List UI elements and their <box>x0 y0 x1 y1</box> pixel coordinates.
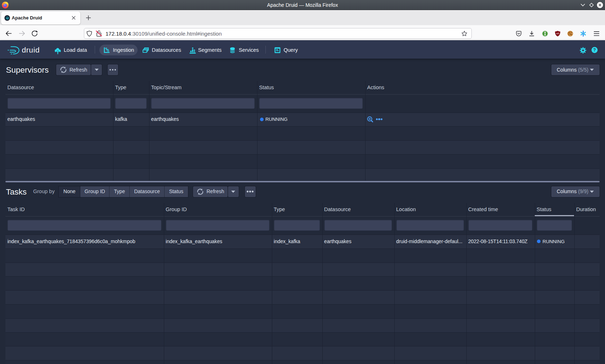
svg-text:uO: uO <box>556 32 559 35</box>
svg-text:?: ? <box>593 47 596 53</box>
